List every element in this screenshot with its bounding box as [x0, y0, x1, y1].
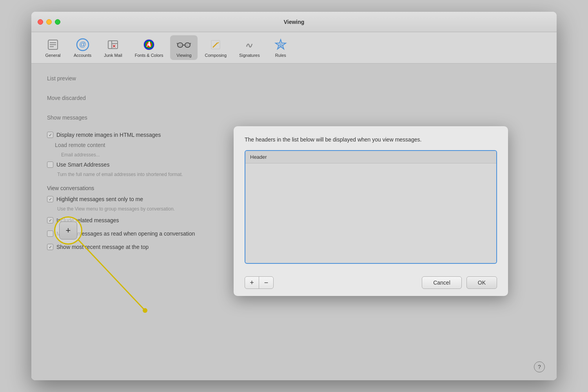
svg-text:✕: ✕ [112, 44, 116, 49]
titlebar: Viewing [31, 12, 557, 32]
window-title: Viewing [284, 19, 305, 25]
svg-line-15 [177, 43, 178, 44]
maximize-button[interactable] [55, 19, 60, 25]
close-button[interactable] [38, 19, 43, 25]
svg-line-20 [213, 43, 218, 47]
general-icon [46, 38, 60, 52]
toolbar-item-rules[interactable]: Rules [267, 35, 294, 60]
toolbar-item-signatures[interactable]: Signatures [234, 35, 265, 60]
toolbar-item-general[interactable]: General [39, 35, 67, 60]
fonts-colors-label: Fonts & Colors [135, 53, 163, 58]
rules-icon [274, 38, 288, 52]
cancel-button[interactable]: Cancel [422, 276, 462, 289]
modal-footer: + − Cancel OK [234, 272, 508, 296]
signatures-label: Signatures [239, 53, 260, 58]
headers-list-header: Header [245, 151, 496, 163]
composing-icon [209, 38, 223, 52]
toolbar-item-fonts-colors[interactable]: A Fonts & Colors [129, 35, 169, 60]
modal-add-button[interactable]: + [245, 277, 259, 289]
modal-remove-button[interactable]: − [259, 277, 273, 289]
junk-mail-label: Junk Mail [104, 53, 122, 58]
general-label: General [45, 53, 60, 58]
add-remove-buttons: + − [245, 276, 274, 289]
accounts-icon: @ [76, 38, 90, 52]
headers-list-content [245, 163, 496, 262]
junk-mail-icon: ✕ [106, 38, 120, 52]
main-window: Viewing General @ Accounts ✕ Junk Mail [31, 12, 557, 380]
viewing-icon [177, 38, 191, 52]
toolbar-item-viewing[interactable]: Viewing [170, 35, 198, 60]
headers-list[interactable]: Header [245, 150, 497, 264]
modal-actions: Cancel OK [422, 276, 497, 289]
svg-marker-21 [218, 42, 219, 44]
svg-rect-1 [50, 42, 56, 43]
accounts-label: Accounts [74, 53, 91, 58]
headers-modal: The headers in the list below will be di… [234, 126, 508, 296]
viewing-label: Viewing [176, 53, 191, 58]
toolbar-item-junk-mail[interactable]: ✕ Junk Mail [98, 35, 127, 60]
fonts-colors-icon: A [142, 38, 156, 52]
content-area: List preview Move discarded Show message… [31, 64, 557, 380]
toolbar: General @ Accounts ✕ Junk Mail [31, 32, 557, 64]
modal-description: The headers in the list below will be di… [245, 136, 497, 144]
signatures-icon [242, 38, 256, 52]
svg-rect-2 [50, 44, 56, 45]
window-controls [38, 19, 60, 25]
composing-label: Composing [205, 53, 227, 58]
svg-rect-3 [50, 46, 54, 47]
ok-button[interactable]: OK [466, 276, 497, 289]
minimize-button[interactable] [46, 19, 52, 25]
svg-line-16 [190, 43, 191, 44]
svg-text:@: @ [79, 40, 86, 48]
modal-overlay: The headers in the list below will be di… [31, 64, 557, 380]
toolbar-item-composing[interactable]: Composing [199, 35, 232, 60]
rules-label: Rules [275, 53, 286, 58]
toolbar-item-accounts[interactable]: @ Accounts [68, 35, 97, 60]
svg-text:A: A [146, 40, 151, 48]
modal-body: The headers in the list below will be di… [234, 126, 508, 272]
